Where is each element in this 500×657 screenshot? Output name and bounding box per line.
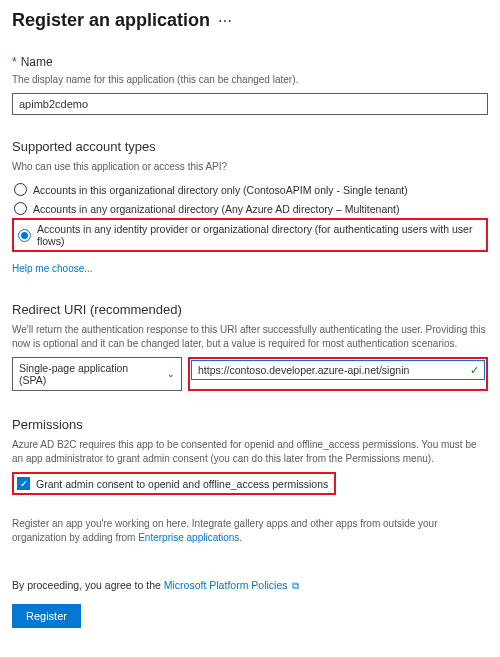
enterprise-note-suffix: .: [239, 532, 242, 543]
name-label: Name: [21, 55, 53, 69]
account-type-option-multitenant[interactable]: Accounts in any organizational directory…: [12, 199, 488, 218]
platform-select-value: Single-page application (SPA): [19, 362, 157, 386]
checkbox-checked-icon: ✓: [17, 477, 30, 490]
page-title: Register an application: [12, 10, 210, 31]
external-link-icon: ⧉: [292, 580, 299, 591]
radio-label: Accounts in this organizational director…: [33, 184, 408, 196]
account-types-title: Supported account types: [12, 139, 488, 154]
required-asterisk: *: [12, 55, 17, 69]
redirect-uri-help: We'll return the authentication response…: [12, 323, 488, 351]
account-types-help: Who can use this application or access t…: [12, 160, 488, 174]
radio-icon: [18, 229, 31, 242]
help-me-choose-link[interactable]: Help me choose...: [12, 263, 93, 274]
redirect-uri-title: Redirect URI (recommended): [12, 302, 488, 317]
radio-label: Accounts in any identity provider or org…: [37, 223, 482, 247]
valid-check-icon: ✓: [470, 364, 479, 377]
admin-consent-checkbox-row[interactable]: ✓ Grant admin consent to openid and offl…: [12, 472, 336, 495]
policy-prefix: By proceeding, you agree to the: [12, 579, 164, 591]
account-type-option-single-tenant[interactable]: Accounts in this organizational director…: [12, 180, 488, 199]
chevron-down-icon: ⌄: [167, 369, 175, 379]
permissions-help: Azure AD B2C requires this app to be con…: [12, 438, 488, 466]
permissions-title: Permissions: [12, 417, 488, 432]
redirect-uri-input[interactable]: [191, 360, 485, 380]
register-button[interactable]: Register: [12, 604, 81, 628]
name-input[interactable]: [12, 93, 488, 115]
name-help-text: The display name for this application (t…: [12, 73, 488, 87]
platform-policies-link[interactable]: Microsoft Platform Policies: [164, 579, 288, 591]
radio-label: Accounts in any organizational directory…: [33, 203, 400, 215]
more-icon[interactable]: ⋯: [218, 13, 233, 29]
radio-icon: [14, 183, 27, 196]
radio-icon: [14, 202, 27, 215]
enterprise-applications-link[interactable]: Enterprise applications: [138, 532, 239, 543]
account-type-option-any-idp[interactable]: Accounts in any identity provider or org…: [16, 222, 484, 248]
platform-select[interactable]: Single-page application (SPA) ⌄: [12, 357, 182, 391]
admin-consent-label: Grant admin consent to openid and offlin…: [36, 478, 328, 490]
